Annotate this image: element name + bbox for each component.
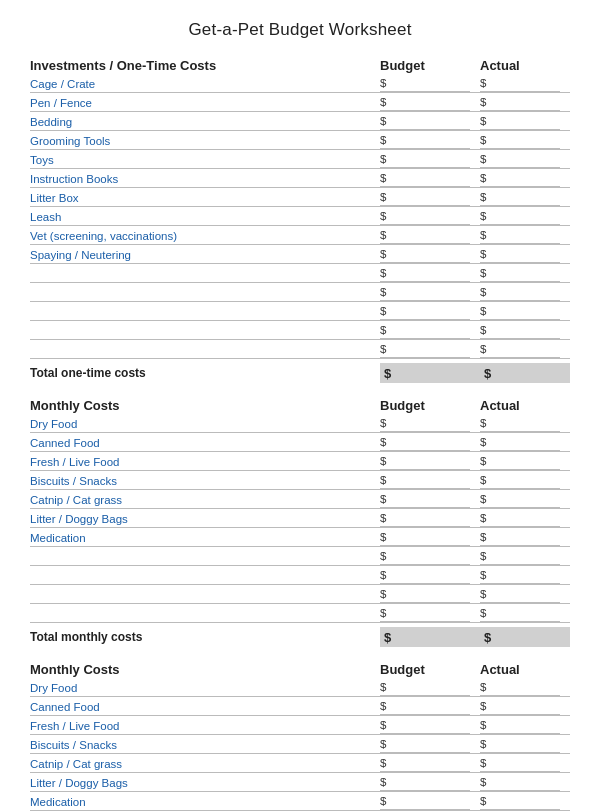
item-budget-investments-7[interactable]: $	[380, 208, 480, 225]
section-header-monthly1: Monthly CostsBudgetActual	[30, 398, 570, 413]
item-budget-monthly1-1[interactable]: $	[380, 434, 480, 451]
item-label-investments-3: Grooming Tools	[30, 135, 380, 147]
item-actual-investments-7[interactable]: $	[480, 208, 570, 225]
item-budget-investments-10[interactable]: $	[380, 265, 480, 282]
budget-header-investments: Budget	[380, 58, 480, 73]
item-budget-monthly1-5[interactable]: $	[380, 510, 480, 527]
item-row-monthly1-10: $$	[30, 605, 570, 623]
item-actual-monthly2-3[interactable]: $	[480, 736, 570, 753]
item-label-investments-10	[30, 268, 380, 280]
item-budget-monthly1-10[interactable]: $	[380, 605, 480, 622]
item-budget-monthly2-2[interactable]: $	[380, 717, 480, 734]
item-label-investments-7: Leash	[30, 211, 380, 223]
item-budget-monthly1-3[interactable]: $	[380, 472, 480, 489]
item-actual-monthly2-6[interactable]: $	[480, 793, 570, 810]
item-row-monthly2-4: Catnip / Cat grass$$	[30, 755, 570, 773]
item-row-investments-12: $$	[30, 303, 570, 321]
item-budget-investments-5[interactable]: $	[380, 170, 480, 187]
item-budget-investments-8[interactable]: $	[380, 227, 480, 244]
item-actual-monthly1-2[interactable]: $	[480, 453, 570, 470]
item-label-monthly2-1: Canned Food	[30, 701, 380, 713]
item-budget-investments-2[interactable]: $	[380, 113, 480, 130]
item-budget-monthly2-6[interactable]: $	[380, 793, 480, 810]
item-budget-monthly2-3[interactable]: $	[380, 736, 480, 753]
item-budget-monthly2-0[interactable]: $	[380, 679, 480, 696]
budget-header-monthly1: Budget	[380, 398, 480, 413]
item-label-investments-4: Toys	[30, 154, 380, 166]
item-row-monthly1-0: Dry Food$$	[30, 415, 570, 433]
budget-header-monthly2: Budget	[380, 662, 480, 677]
item-budget-monthly2-4[interactable]: $	[380, 755, 480, 772]
item-label-monthly2-3: Biscuits / Snacks	[30, 739, 380, 751]
item-budget-monthly2-5[interactable]: $	[380, 774, 480, 791]
item-label-monthly1-1: Canned Food	[30, 437, 380, 449]
item-row-monthly2-5: Litter / Doggy Bags$$	[30, 774, 570, 792]
item-actual-monthly1-6[interactable]: $	[480, 529, 570, 546]
total-label-monthly1: Total monthly costs	[30, 630, 380, 644]
item-budget-investments-3[interactable]: $	[380, 132, 480, 149]
item-actual-investments-13[interactable]: $	[480, 322, 570, 339]
item-budget-monthly1-2[interactable]: $	[380, 453, 480, 470]
item-actual-investments-5[interactable]: $	[480, 170, 570, 187]
item-row-monthly1-9: $$	[30, 586, 570, 604]
item-budget-monthly1-9[interactable]: $	[380, 586, 480, 603]
item-budget-investments-14[interactable]: $	[380, 341, 480, 358]
item-actual-monthly1-4[interactable]: $	[480, 491, 570, 508]
item-label-monthly1-5: Litter / Doggy Bags	[30, 513, 380, 525]
section-monthly1: Monthly CostsBudgetActualDry Food$$Canne…	[30, 398, 570, 648]
item-actual-monthly1-3[interactable]: $	[480, 472, 570, 489]
item-actual-investments-0[interactable]: $	[480, 75, 570, 92]
item-actual-investments-6[interactable]: $	[480, 189, 570, 206]
item-budget-monthly1-4[interactable]: $	[380, 491, 480, 508]
item-budget-investments-1[interactable]: $	[380, 94, 480, 111]
item-row-investments-7: Leash$$	[30, 208, 570, 226]
item-budget-investments-13[interactable]: $	[380, 322, 480, 339]
item-row-monthly1-6: Medication$$	[30, 529, 570, 547]
item-actual-monthly1-9[interactable]: $	[480, 586, 570, 603]
item-actual-monthly1-0[interactable]: $	[480, 415, 570, 432]
item-actual-monthly1-5[interactable]: $	[480, 510, 570, 527]
item-actual-monthly2-1[interactable]: $	[480, 698, 570, 715]
item-label-monthly1-0: Dry Food	[30, 418, 380, 430]
section-monthly2: Monthly CostsBudgetActualDry Food$$Canne…	[30, 662, 570, 812]
item-actual-investments-10[interactable]: $	[480, 265, 570, 282]
item-actual-monthly2-4[interactable]: $	[480, 755, 570, 772]
item-budget-monthly1-6[interactable]: $	[380, 529, 480, 546]
item-budget-investments-9[interactable]: $	[380, 246, 480, 263]
item-budget-monthly1-7[interactable]: $	[380, 548, 480, 565]
total-budget-investments: $	[380, 363, 480, 383]
item-label-monthly1-2: Fresh / Live Food	[30, 456, 380, 468]
item-actual-monthly2-0[interactable]: $	[480, 679, 570, 696]
item-budget-investments-6[interactable]: $	[380, 189, 480, 206]
item-actual-monthly1-1[interactable]: $	[480, 434, 570, 451]
item-budget-investments-0[interactable]: $	[380, 75, 480, 92]
item-label-monthly1-6: Medication	[30, 532, 380, 544]
item-budget-investments-12[interactable]: $	[380, 303, 480, 320]
item-actual-investments-14[interactable]: $	[480, 341, 570, 358]
item-actual-investments-4[interactable]: $	[480, 151, 570, 168]
item-actual-monthly1-7[interactable]: $	[480, 548, 570, 565]
item-actual-investments-3[interactable]: $	[480, 132, 570, 149]
item-actual-investments-12[interactable]: $	[480, 303, 570, 320]
item-budget-monthly1-0[interactable]: $	[380, 415, 480, 432]
item-label-monthly2-2: Fresh / Live Food	[30, 720, 380, 732]
item-actual-investments-2[interactable]: $	[480, 113, 570, 130]
item-budget-monthly2-1[interactable]: $	[380, 698, 480, 715]
item-actual-investments-11[interactable]: $	[480, 284, 570, 301]
section-heading-monthly1: Monthly Costs	[30, 398, 380, 413]
item-budget-investments-4[interactable]: $	[380, 151, 480, 168]
item-actual-monthly1-8[interactable]: $	[480, 567, 570, 584]
item-actual-investments-9[interactable]: $	[480, 246, 570, 263]
item-actual-monthly2-2[interactable]: $	[480, 717, 570, 734]
item-actual-investments-1[interactable]: $	[480, 94, 570, 111]
item-actual-monthly2-5[interactable]: $	[480, 774, 570, 791]
item-label-monthly2-6: Medication	[30, 796, 380, 808]
item-actual-monthly1-10[interactable]: $	[480, 605, 570, 622]
item-actual-investments-8[interactable]: $	[480, 227, 570, 244]
item-label-monthly1-9	[30, 589, 380, 601]
item-budget-investments-11[interactable]: $	[380, 284, 480, 301]
total-row-investments: Total one-time costs$$	[30, 362, 570, 384]
item-budget-monthly1-8[interactable]: $	[380, 567, 480, 584]
item-row-investments-10: $$	[30, 265, 570, 283]
item-label-investments-13	[30, 325, 380, 337]
